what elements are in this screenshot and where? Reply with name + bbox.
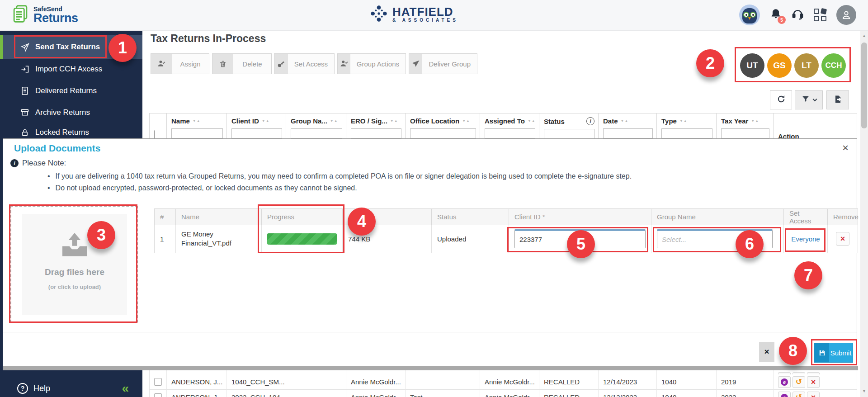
info-icon[interactable]: i — [586, 117, 594, 125]
dropzone-inner[interactable]: Drag files here (or click to upload) — [22, 214, 127, 315]
scroll-down-icon[interactable]: ▼ — [860, 389, 868, 393]
user-badge-lt[interactable]: LT — [794, 53, 819, 78]
dropzone-sublabel: (or click to upload) — [48, 284, 101, 290]
col-group-name: Group Name — [651, 209, 784, 225]
type-filter-input[interactable] — [661, 128, 712, 138]
delete-return-button[interactable]: × — [807, 376, 820, 388]
user-badge-gs[interactable]: GS — [767, 53, 792, 78]
sort-icon: ▼▲ — [621, 119, 629, 123]
sort-icon: ▼▲ — [679, 119, 688, 123]
paper-plane-icon — [409, 54, 422, 74]
sort-icon: ▼▲ — [390, 119, 398, 123]
cell-type: 1040 — [657, 390, 717, 397]
cell-tax-year: 2019 — [717, 374, 774, 390]
cell-client-id: 2022_CCH_104 — [227, 390, 286, 397]
table-row[interactable]: ANDERSON, J 2022_CCH_104 Annie McGoldr T… — [150, 390, 857, 397]
client-id-input[interactable] — [514, 229, 646, 248]
import-icon — [20, 65, 30, 74]
cell-date: 12/13/2023 — [599, 390, 657, 397]
delete-return-button[interactable]: × — [807, 392, 820, 397]
note-bullet-2: •Do not upload encrypted, password-prote… — [47, 184, 357, 192]
cell-group — [286, 390, 346, 397]
client-name: HATFIELD — [392, 6, 458, 18]
sidebar-item-send-tax-returns[interactable]: Send Tax Returns — [0, 35, 142, 59]
process-return-button[interactable]: e — [778, 392, 791, 397]
select-all-checkbox[interactable] — [154, 130, 155, 139]
cell-assigned: Annie McGoldr... — [480, 374, 539, 390]
safesend-logo[interactable]: SafeSend Returns — [13, 5, 78, 25]
filter-button[interactable] — [795, 90, 823, 109]
safesend-logo-icon — [13, 5, 30, 25]
collapse-sidebar-icon[interactable]: « — [122, 384, 129, 393]
save-icon — [815, 343, 829, 362]
page-title: Tax Returns In-Process — [151, 33, 266, 45]
sidebar-help[interactable]: ? Help « — [0, 375, 142, 397]
file-dropzone[interactable]: Drag files here (or click to upload) — [10, 206, 138, 322]
user-badge-cch[interactable]: CCH — [821, 53, 846, 78]
process-return-button[interactable]: e — [778, 376, 791, 388]
user-avatar-button[interactable] — [836, 5, 856, 25]
sidebar-item-import-cch-axcess[interactable]: Import CCH Axcess — [0, 59, 142, 80]
col-name: Name — [176, 209, 262, 225]
sidebar-item-archive-returns[interactable]: Archive Returns — [0, 102, 142, 123]
export-icon — [834, 95, 842, 105]
user-badge-ut[interactable]: UT — [740, 53, 764, 78]
export-button[interactable] — [826, 90, 849, 109]
group-filter-input[interactable] — [291, 128, 342, 138]
assigned-filter-input[interactable] — [485, 128, 535, 138]
notifications-button[interactable]: 5 — [770, 8, 782, 22]
sort-icon: ▼▲ — [528, 119, 536, 123]
group-name-select[interactable] — [657, 229, 773, 248]
person-check-icon — [338, 54, 350, 74]
submit-button[interactable]: Submit — [814, 343, 853, 363]
set-access-link[interactable]: Everyone — [791, 235, 820, 243]
assign-label: Assign — [172, 54, 209, 74]
support-button[interactable] — [792, 8, 804, 22]
delete-button[interactable]: Delete — [212, 53, 272, 74]
paper-plane-icon — [20, 43, 30, 52]
row-checkbox[interactable] — [154, 378, 162, 386]
recall-return-button[interactable]: ↺ — [793, 392, 805, 397]
assistant-owl-avatar[interactable] — [739, 5, 760, 25]
col-size — [343, 209, 432, 225]
cell-ero: Annie McGoldr — [346, 390, 406, 397]
table-row[interactable]: ANDERSON, J... 1040_CCH_SM... Annie McGo… — [150, 374, 857, 390]
name-filter-input[interactable] — [171, 128, 223, 138]
assign-button[interactable]: Assign — [151, 53, 209, 74]
scroll-up-icon[interactable]: ▲ — [860, 33, 868, 38]
sidebar-item-delivered-returns[interactable]: Delivered Returns — [0, 80, 142, 101]
ero-filter-input[interactable] — [351, 128, 401, 138]
sort-icon: ▼▲ — [751, 119, 759, 123]
cell-name: ANDERSON, J — [167, 390, 227, 397]
apps-grid-button[interactable] — [814, 9, 826, 21]
user-filter-badges: UT GS LT CCH — [740, 53, 846, 78]
archive-icon — [20, 108, 30, 117]
col-num: # — [155, 209, 176, 225]
file-num: 1 — [155, 225, 176, 253]
funnel-icon — [802, 95, 810, 105]
upload-file-row: 1 GE Money Financial_VT.pdf 744 KB Uploa… — [154, 225, 858, 253]
remove-file-button[interactable]: × — [836, 232, 849, 246]
deliver-group-button[interactable]: Deliver Group — [409, 53, 477, 74]
cell-ero: Annie McGoldr... — [346, 374, 406, 390]
trash-icon — [212, 54, 233, 74]
client-id-filter-input[interactable] — [231, 128, 282, 138]
row-checkbox[interactable] — [154, 393, 162, 397]
tax-year-filter-input[interactable] — [721, 128, 769, 138]
cell-office: Test — [406, 390, 480, 397]
scrollbar-thumb[interactable] — [861, 43, 867, 128]
cell-assigned: Annie McGoldr — [480, 390, 539, 397]
cell-group — [286, 374, 346, 390]
date-filter-input[interactable] — [603, 128, 653, 138]
group-actions-button[interactable]: Group Actions — [337, 53, 406, 74]
vertical-scrollbar[interactable]: ▲ ▼ — [860, 31, 868, 397]
modal-close-icon[interactable]: × — [839, 142, 852, 154]
file-status: Uploaded — [432, 225, 509, 253]
set-access-button[interactable]: Set Access — [274, 53, 335, 74]
recall-return-button[interactable]: ↺ — [793, 376, 805, 388]
modal-cancel-button[interactable]: × — [759, 342, 774, 362]
person-icon — [840, 9, 852, 21]
status-filter-input[interactable] — [544, 129, 594, 139]
refresh-button[interactable] — [770, 90, 792, 109]
office-filter-input[interactable] — [410, 128, 476, 138]
